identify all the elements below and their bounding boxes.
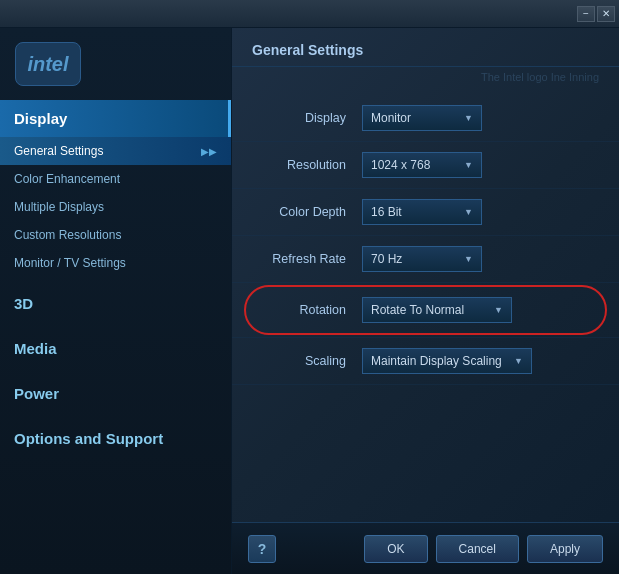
content-watermark: The Intel logo Ine Inning: [232, 67, 619, 87]
sidebar-item-media[interactable]: Media: [0, 330, 231, 367]
scaling-control: Maintain Display Scaling ▼: [362, 348, 599, 374]
scaling-dropdown[interactable]: Maintain Display Scaling ▼: [362, 348, 532, 374]
rotation-label: Rotation: [252, 303, 362, 317]
resolution-control: 1024 x 768 ▼: [362, 152, 599, 178]
display-dropdown[interactable]: Monitor ▼: [362, 105, 482, 131]
color-depth-setting-row: Color Depth 16 Bit ▼: [232, 189, 619, 236]
content-header: General Settings: [232, 28, 619, 67]
sidebar-item-custom-resolutions[interactable]: Custom Resolutions: [0, 221, 231, 249]
apply-button[interactable]: Apply: [527, 535, 603, 563]
content-area: General Settings The Intel logo Ine Inni…: [232, 28, 619, 574]
arrow-icon: ▶▶: [201, 146, 217, 157]
ok-button[interactable]: OK: [364, 535, 427, 563]
title-bar-controls: − ✕: [577, 6, 615, 22]
bottom-left: ?: [248, 535, 276, 563]
sidebar-item-multiple-displays[interactable]: Multiple Displays: [0, 193, 231, 221]
sidebar-item-color-enhancement[interactable]: Color Enhancement: [0, 165, 231, 193]
color-depth-label: Color Depth: [252, 205, 362, 219]
intel-logo: intel: [12, 38, 84, 90]
dropdown-arrow-icon: ▼: [514, 356, 523, 366]
resolution-label: Resolution: [252, 158, 362, 172]
title-bar: − ✕: [0, 0, 619, 28]
refresh-rate-label: Refresh Rate: [252, 252, 362, 266]
display-label: Display: [252, 111, 362, 125]
rotation-dropdown[interactable]: Rotate To Normal ▼: [362, 297, 512, 323]
scaling-setting-row: Scaling Maintain Display Scaling ▼: [232, 338, 619, 385]
scaling-label: Scaling: [252, 354, 362, 368]
refresh-rate-control: 70 Hz ▼: [362, 246, 599, 272]
bottom-bar: ? OK Cancel Apply: [232, 522, 619, 574]
resolution-dropdown[interactable]: 1024 x 768 ▼: [362, 152, 482, 178]
dropdown-arrow-icon: ▼: [464, 254, 473, 264]
bottom-right: OK Cancel Apply: [364, 535, 603, 563]
dropdown-arrow-icon: ▼: [464, 113, 473, 123]
dropdown-arrow-icon: ▼: [464, 160, 473, 170]
close-button[interactable]: ✕: [597, 6, 615, 22]
dropdown-arrow-icon: ▼: [494, 305, 503, 315]
display-setting-row: Display Monitor ▼: [232, 95, 619, 142]
minimize-button[interactable]: −: [577, 6, 595, 22]
color-depth-control: 16 Bit ▼: [362, 199, 599, 225]
sidebar-item-general-settings[interactable]: General Settings ▶▶: [0, 137, 231, 165]
sidebar-item-options-support[interactable]: Options and Support: [0, 420, 231, 457]
dropdown-arrow-icon: ▼: [464, 207, 473, 217]
rotation-control: Rotate To Normal ▼: [362, 297, 599, 323]
sidebar-item-display[interactable]: Display: [0, 100, 231, 137]
intel-logo-text: intel: [27, 53, 68, 76]
color-depth-dropdown[interactable]: 16 Bit ▼: [362, 199, 482, 225]
cancel-button[interactable]: Cancel: [436, 535, 519, 563]
refresh-rate-setting-row: Refresh Rate 70 Hz ▼: [232, 236, 619, 283]
sidebar-item-3d[interactable]: 3D: [0, 285, 231, 322]
rotation-setting-row: Rotation Rotate To Normal ▼: [232, 283, 619, 338]
help-button[interactable]: ?: [248, 535, 276, 563]
app-container: intel Display General Settings ▶▶ Color …: [0, 28, 619, 574]
refresh-rate-dropdown[interactable]: 70 Hz ▼: [362, 246, 482, 272]
settings-panel: Display Monitor ▼ Resolution 1024 x 768 …: [232, 87, 619, 522]
display-control: Monitor ▼: [362, 105, 599, 131]
sidebar-item-power[interactable]: Power: [0, 375, 231, 412]
sidebar-item-monitor-tv[interactable]: Monitor / TV Settings: [0, 249, 231, 277]
resolution-setting-row: Resolution 1024 x 768 ▼: [232, 142, 619, 189]
sidebar: intel Display General Settings ▶▶ Color …: [0, 28, 232, 574]
